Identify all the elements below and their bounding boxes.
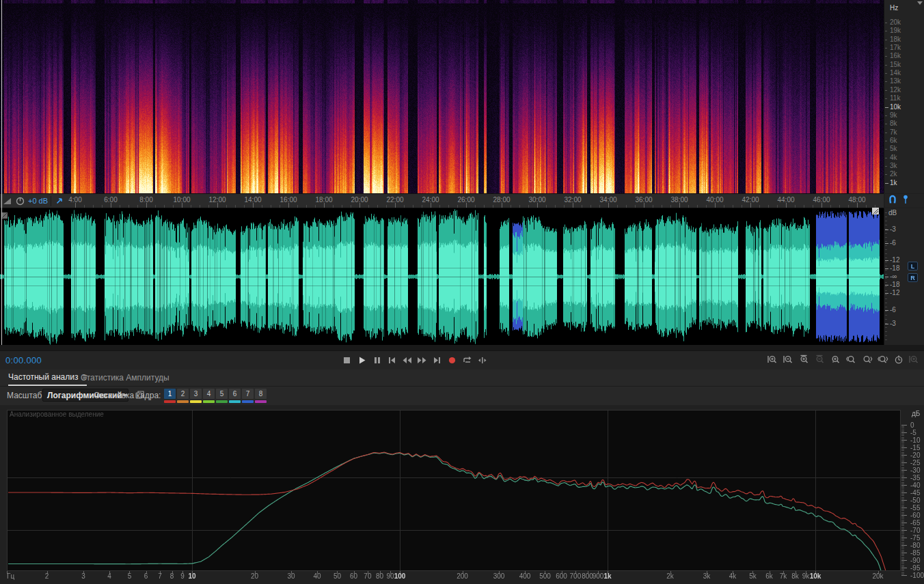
zoom-reset-button[interactable] xyxy=(830,353,841,367)
wave-scale-label: -3 xyxy=(890,226,896,233)
wave-scale-tick xyxy=(885,243,888,244)
play-button[interactable] xyxy=(357,353,367,367)
ruler-tick xyxy=(253,203,254,208)
wave-scale-minor-tick xyxy=(885,282,887,283)
skip-to-end-button[interactable] xyxy=(432,353,442,367)
snap-magnet-icon[interactable] xyxy=(888,195,897,207)
hold-button-label: 1 xyxy=(164,389,176,399)
fade-in-handle[interactable] xyxy=(1,210,8,217)
zoom-out-button[interactable] xyxy=(783,353,794,367)
spec-scale-label: 7k xyxy=(890,129,897,136)
waveform-db-scale[interactable]: dB -3-6-12-18-∞-18-12-6-3 xyxy=(884,208,924,345)
y-axis-tick-label: -80 xyxy=(910,542,920,549)
x-axis-tick-label: 7k xyxy=(780,572,787,580)
ruler-tick xyxy=(537,203,538,208)
hold-button-5[interactable]: 5 xyxy=(216,389,228,403)
zoom-to-selection-button[interactable] xyxy=(877,353,888,367)
ruler-tick xyxy=(555,205,556,208)
hold-button-8[interactable]: 8 xyxy=(255,389,267,403)
zoom-in-button[interactable] xyxy=(767,353,778,367)
volume-envelope-icon[interactable] xyxy=(2,196,12,206)
y-axis-tick-label: -65 xyxy=(910,519,920,527)
gain-value[interactable]: +0 dB xyxy=(28,197,48,205)
fade-out-handle[interactable] xyxy=(872,206,879,212)
time-display[interactable]: 0:00.000 xyxy=(5,355,42,365)
skip-to-start-button[interactable] xyxy=(387,353,397,367)
panel-tab-bar: Частотный анализ ≡ Статистика Амплитуды xyxy=(0,370,924,387)
ruler-time-label: 18:00 xyxy=(315,196,332,204)
ruler-time-label: 16:00 xyxy=(280,196,297,204)
wave-scale-minor-tick xyxy=(885,290,887,291)
gain-knob-icon[interactable] xyxy=(15,196,25,206)
zoom-time-button[interactable] xyxy=(893,353,904,367)
hold-button-2[interactable]: 2 xyxy=(177,389,189,403)
wave-scale-minor-tick xyxy=(885,298,887,299)
ruler-tick xyxy=(475,205,476,208)
channel-button-r[interactable]: R xyxy=(908,273,918,282)
ruler-tick xyxy=(200,205,200,208)
time-ruler[interactable]: 4:006:008:0010:0012:0014:0016:0018:0020:… xyxy=(0,193,884,208)
ruler-tick xyxy=(599,205,600,208)
ruler-tick xyxy=(191,205,191,208)
hold-button-4[interactable]: 4 xyxy=(203,389,215,403)
wave-scale-label: -12 xyxy=(890,290,899,296)
fast-forward-button[interactable] xyxy=(417,353,427,367)
channel-button-l[interactable]: L xyxy=(908,262,918,270)
spec-scale-tick xyxy=(885,183,888,184)
marker-pin-icon[interactable] xyxy=(901,195,910,207)
x-axis-tick-label: 900 xyxy=(593,572,604,580)
zoom-in-right-edge-button[interactable] xyxy=(861,353,873,367)
hold-button-7[interactable]: 7 xyxy=(242,389,254,403)
ruler-tick xyxy=(342,205,342,208)
wave-scale-minor-tick xyxy=(885,266,887,266)
ruler-tick xyxy=(155,205,156,208)
x-axis-tick-label: 9k xyxy=(802,572,810,580)
spec-scale-label: 14k xyxy=(890,70,901,77)
loop-playback-button[interactable] xyxy=(462,353,472,367)
waveform-view[interactable] xyxy=(0,208,884,345)
zoom-in-full-button[interactable] xyxy=(798,353,810,367)
x-axis-tick-label: 80 xyxy=(376,572,383,580)
spec-scale-tick xyxy=(885,98,887,99)
zoom-out-full-button[interactable] xyxy=(814,353,826,367)
pin-toggle-button[interactable] xyxy=(51,196,64,206)
ruler-time-label: 6:00 xyxy=(104,196,117,204)
spectrogram-frequency-scale[interactable]: Hz 20k19k18k17k16k15k14k13k12k11k10k9k8k… xyxy=(884,0,924,193)
x-axis-tick-label: 50 xyxy=(334,572,341,580)
hold-button-6[interactable]: 6 xyxy=(229,389,241,403)
rewind-button[interactable] xyxy=(402,353,412,367)
spec-scale-label: 13k xyxy=(890,78,901,85)
panel-scroll-arrow-icon[interactable] xyxy=(917,1,923,5)
ruler-tick xyxy=(590,205,591,208)
pause-button[interactable] xyxy=(372,353,382,367)
y-axis-tick-label: -95 xyxy=(910,564,920,572)
x-axis-tick-label: 200 xyxy=(457,572,468,580)
ruler-tick xyxy=(439,205,440,208)
ruler-tick xyxy=(795,205,796,208)
spec-scale-tick xyxy=(885,73,887,74)
move-playhead-button[interactable] xyxy=(477,353,487,367)
ruler-time-label: 36:00 xyxy=(635,196,652,204)
spec-scale-label: 11k xyxy=(890,95,900,102)
ruler-time-label: 14:00 xyxy=(244,196,261,204)
tab-frequency-analysis[interactable]: Частотный анализ ≡ xyxy=(8,370,87,386)
spectrogram-view[interactable] xyxy=(0,0,884,193)
ruler-tick xyxy=(173,205,174,208)
playhead[interactable] xyxy=(1,0,2,345)
stop-button[interactable] xyxy=(342,353,352,367)
ruler-tick xyxy=(839,205,840,208)
wave-scale-minor-tick xyxy=(885,233,887,234)
record-button[interactable] xyxy=(447,353,457,367)
tab-amplitude-statistics[interactable]: Статистика Амплитуды xyxy=(81,370,169,386)
zoom-in-left-edge-button[interactable] xyxy=(845,353,857,367)
y-axis-tick-label: -10 xyxy=(910,436,920,444)
ruler-tick xyxy=(262,205,262,208)
ruler-tick xyxy=(146,203,147,208)
ruler-tick xyxy=(208,205,209,208)
hold-button-1[interactable]: 1 xyxy=(164,389,176,403)
zoom-extra-button[interactable] xyxy=(908,353,920,367)
ruler-tick xyxy=(528,205,529,208)
frequency-plot-canvas[interactable] xyxy=(5,407,924,584)
hold-button-3[interactable]: 3 xyxy=(190,389,202,403)
ruler-time-label: 30:00 xyxy=(528,196,545,204)
